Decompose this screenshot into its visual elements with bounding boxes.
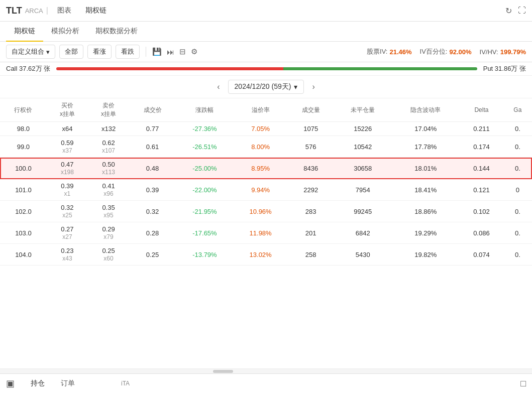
tab-options-data[interactable]: 期权数据分析 xyxy=(87,22,146,42)
expand-icon[interactable]: ⛶ xyxy=(518,6,526,16)
options-table: 行权价 买价 x挂单 卖价 x挂单 成交价 涨跌幅 溢价率 成交量 未平仓量 隐… xyxy=(0,98,532,266)
cell-change-pct: -17.65% xyxy=(176,222,234,244)
call-put-bar: Call 37.62万 张 Put 31.86万 张 xyxy=(0,62,532,76)
top-bar: TLT ARCA | 图表 期权链 ↻ ⛶ xyxy=(0,0,532,22)
col-gamma: Ga xyxy=(503,98,532,122)
tab-orders[interactable]: 订单 xyxy=(61,379,75,388)
call-filter-button[interactable]: 看涨 xyxy=(87,45,112,59)
cell-premium-rate: 7.05% xyxy=(234,122,287,136)
save-icon[interactable]: 💾 xyxy=(152,47,162,56)
cell-gamma: 0. xyxy=(503,122,532,136)
cell-ask: 0.25x60 xyxy=(88,244,129,266)
cell-premium-rate: 13.02% xyxy=(234,244,287,266)
cell-delta: 0.074 xyxy=(460,244,503,266)
cell-change-pct: -27.36% xyxy=(176,122,234,136)
cell-bid: 0.32x25 xyxy=(47,201,88,222)
cell-iv: 18.86% xyxy=(391,201,460,222)
cell-ask: 0.41x96 xyxy=(88,179,129,201)
second-tab-bar: 期权链 模拟分析 期权数据分析 xyxy=(0,22,532,42)
tab-chart[interactable]: 图表 xyxy=(52,4,76,17)
col-change: 涨跌幅 xyxy=(176,98,234,122)
table-row[interactable]: 98.0x64x1320.77-27.36%7.05%10751522617.0… xyxy=(0,122,532,136)
cell-strike: 99.0 xyxy=(0,136,47,158)
cell-open-interest: 5430 xyxy=(334,244,391,266)
options-table-container: 行权价 买价 x挂单 卖价 x挂单 成交价 涨跌幅 溢价率 成交量 未平仓量 隐… xyxy=(0,98,532,368)
settings-icon[interactable]: ⚙ xyxy=(191,47,197,56)
iv-value: 21.46% xyxy=(389,48,411,56)
cell-premium-rate: 11.98% xyxy=(234,222,287,244)
col-strike: 行权价 xyxy=(0,98,47,122)
put-filter-button[interactable]: 看跌 xyxy=(116,45,140,59)
cell-last: 0.61 xyxy=(129,136,176,158)
iv-hv-label: IV/HV: xyxy=(480,48,498,56)
cell-iv: 17.78% xyxy=(391,136,460,158)
square-icon[interactable]: □ xyxy=(520,378,526,389)
date-next-button[interactable]: › xyxy=(312,82,314,91)
skip-end-icon[interactable]: ⏭ xyxy=(167,48,174,56)
cell-open-interest: 7954 xyxy=(334,179,391,201)
table-row[interactable]: 99.00.59x370.62x1070.61-26.51%8.00%57610… xyxy=(0,136,532,158)
cell-iv: 19.82% xyxy=(391,244,460,266)
cell-premium-rate: 9.94% xyxy=(234,179,287,201)
cell-strike: 103.0 xyxy=(0,222,47,244)
col-last: 成交价 xyxy=(129,98,176,122)
refresh-icon[interactable]: ↻ xyxy=(505,6,512,16)
date-dropdown[interactable]: 2024/12/20 (59天) ▾ xyxy=(228,80,304,94)
all-filter-button[interactable]: 全部 xyxy=(59,45,83,59)
cell-change-pct: -26.51% xyxy=(176,136,234,158)
tab-options-chain[interactable]: 期权链 xyxy=(6,22,43,42)
bar-track xyxy=(56,67,477,70)
table-row[interactable]: 100.00.47x1980.50x1130.48-25.00%8.95%843… xyxy=(0,158,532,179)
tab-options-chain-top[interactable]: 期权链 xyxy=(80,4,112,17)
hscroll-thumb[interactable] xyxy=(213,370,233,373)
table-row[interactable]: 102.00.32x250.35x950.32-21.95%10.96%2839… xyxy=(0,201,532,222)
cell-delta: 0.086 xyxy=(460,222,503,244)
cell-strike: 101.0 xyxy=(0,179,47,201)
cell-delta: 0.121 xyxy=(460,179,503,201)
cell-open-interest: 15226 xyxy=(334,122,391,136)
left-panel-icon[interactable]: ▣ xyxy=(6,378,15,389)
cell-change-pct: -25.00% xyxy=(176,158,234,179)
iv-hv-value: 199.79% xyxy=(500,48,526,56)
table-body: 98.0x64x1320.77-27.36%7.05%10751522617.0… xyxy=(0,122,532,266)
iv-pct-label: IV百分位: xyxy=(420,47,448,56)
cell-volume: 576 xyxy=(287,136,334,158)
cell-delta: 0.211 xyxy=(460,122,503,136)
custom-group-button[interactable]: 自定义组合 ▾ xyxy=(6,45,55,59)
cell-ask: 0.62x107 xyxy=(88,136,129,158)
cell-premium-rate: 10.96% xyxy=(234,201,287,222)
stats-area: 股票IV: 21.46% IV百分位: 92.00% IV/HV: 199.79… xyxy=(367,47,526,56)
filter-icon[interactable]: ⊟ xyxy=(179,47,186,56)
bar-put xyxy=(283,67,477,70)
cell-change-pct: -13.79% xyxy=(176,244,234,266)
col-oi: 未平仓量 xyxy=(334,98,391,122)
cell-strike: 102.0 xyxy=(0,201,47,222)
horizontal-scrollbar[interactable] xyxy=(0,368,532,373)
tab-simulation[interactable]: 模拟分析 xyxy=(43,22,87,42)
ita-label: iTA xyxy=(121,380,130,387)
custom-group-chevron: ▾ xyxy=(46,48,50,56)
cell-strike: 100.0 xyxy=(0,158,47,179)
cell-volume: 2292 xyxy=(287,179,334,201)
col-bid: 买价 x挂单 xyxy=(47,98,88,122)
bottom-bar: ▣ 持仓 订单 iTA □ xyxy=(0,373,532,393)
date-dropdown-icon: ▾ xyxy=(294,83,297,91)
col-premium: 溢价率 xyxy=(234,98,287,122)
col-ask: 卖价 x挂单 xyxy=(88,98,129,122)
stat-iv: 股票IV: 21.46% xyxy=(367,47,412,56)
tab-holdings[interactable]: 持仓 xyxy=(31,379,45,388)
table-row[interactable]: 101.00.39x10.41x960.39-22.00%9.94%229279… xyxy=(0,179,532,201)
cell-last: 0.77 xyxy=(129,122,176,136)
ticker-divider: | xyxy=(46,6,48,15)
cell-ask: 0.29x79 xyxy=(88,222,129,244)
cell-change-pct: -21.95% xyxy=(176,201,234,222)
date-prev-button[interactable]: ‹ xyxy=(217,82,220,91)
cell-bid: x64 xyxy=(47,122,88,136)
cell-delta: 0.144 xyxy=(460,158,503,179)
table-row[interactable]: 104.00.23x430.25x600.25-13.79%13.02%2585… xyxy=(0,244,532,266)
cell-last: 0.28 xyxy=(129,222,176,244)
cell-premium-rate: 8.00% xyxy=(234,136,287,158)
cell-gamma: 0. xyxy=(503,201,532,222)
toolbar-separator xyxy=(146,47,146,57)
table-row[interactable]: 103.00.27x270.29x790.28-17.65%11.98%2016… xyxy=(0,222,532,244)
